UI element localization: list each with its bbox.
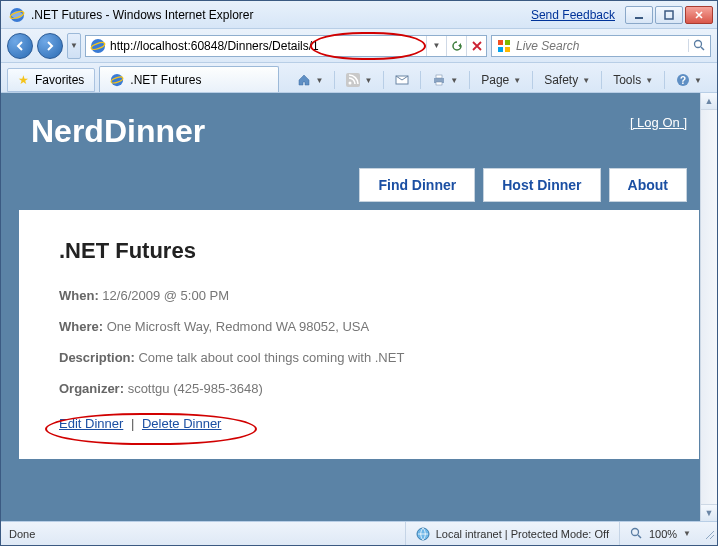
nav-toolbar: ▼ ▼ xyxy=(1,29,717,63)
live-search-logo-icon xyxy=(496,38,512,54)
help-button[interactable]: ?▼ xyxy=(669,69,709,91)
maximize-button[interactable] xyxy=(655,6,683,24)
feeds-button[interactable]: ▼ xyxy=(339,69,379,91)
site-brand[interactable]: NerdDinner xyxy=(31,113,205,150)
safety-menu[interactable]: Safety▼ xyxy=(537,69,597,91)
minimize-button[interactable] xyxy=(625,6,653,24)
dinner-title: .NET Futures xyxy=(59,238,659,264)
scroll-down-button[interactable]: ▼ xyxy=(701,504,717,521)
search-go-button[interactable] xyxy=(688,39,710,52)
home-button[interactable]: ▼ xyxy=(290,69,330,91)
edit-dinner-link[interactable]: Edit Dinner xyxy=(59,416,123,431)
forward-button[interactable] xyxy=(37,33,63,59)
search-input[interactable] xyxy=(516,39,688,53)
favorites-label: Favorites xyxy=(35,73,84,87)
address-dropdown[interactable]: ▼ xyxy=(426,36,446,56)
ie-logo-icon xyxy=(9,7,25,23)
status-bar: Done Local intranet | Protected Mode: Of… xyxy=(1,521,717,545)
svg-rect-6 xyxy=(498,40,503,45)
nerddinner-page: NerdDinner [ Log On ] Find Dinner Host D… xyxy=(1,93,717,521)
browser-tab[interactable]: .NET Futures xyxy=(99,66,279,92)
dinner-details-card: .NET Futures When: 12/6/2009 @ 5:00 PM W… xyxy=(19,210,699,459)
read-mail-button[interactable] xyxy=(388,69,416,91)
svg-rect-18 xyxy=(436,82,442,85)
close-button[interactable] xyxy=(685,6,713,24)
svg-point-22 xyxy=(631,529,638,536)
svg-rect-8 xyxy=(498,47,503,52)
nav-host-dinner[interactable]: Host Dinner xyxy=(483,168,600,202)
actions-separator: | xyxy=(131,416,134,431)
svg-point-14 xyxy=(349,82,352,85)
printer-icon xyxy=(432,73,446,87)
intranet-zone-icon xyxy=(416,527,430,541)
login-status: [ Log On ] xyxy=(630,113,687,130)
page-menu[interactable]: Page▼ xyxy=(474,69,528,91)
zoom-icon xyxy=(630,527,643,540)
status-done: Done xyxy=(1,522,45,545)
address-bar[interactable]: ▼ xyxy=(85,35,487,57)
refresh-button[interactable] xyxy=(446,36,466,56)
scroll-up-button[interactable]: ▲ xyxy=(701,93,717,110)
print-button[interactable]: ▼ xyxy=(425,69,465,91)
svg-rect-17 xyxy=(436,75,442,78)
stop-button[interactable] xyxy=(466,36,486,56)
page-favicon-icon xyxy=(90,38,106,54)
command-bar: ▼ ▼ ▼ Page▼ Safety▼ Tools▼ ?▼ xyxy=(290,68,711,92)
tools-menu[interactable]: Tools▼ xyxy=(606,69,660,91)
detail-description: Description: Come talk about cool things… xyxy=(59,350,659,365)
rss-icon xyxy=(346,73,360,87)
star-icon: ★ xyxy=(18,73,29,87)
svg-text:?: ? xyxy=(680,75,686,86)
window-titlebar: .NET Futures - Windows Internet Explorer… xyxy=(1,1,717,29)
svg-rect-3 xyxy=(665,11,673,19)
tab-row: ★ Favorites .NET Futures ▼ ▼ ▼ Page▼ Saf… xyxy=(1,63,717,93)
url-input[interactable] xyxy=(110,36,426,56)
search-box[interactable] xyxy=(491,35,711,57)
delete-dinner-link[interactable]: Delete Dinner xyxy=(142,416,222,431)
home-icon xyxy=(297,73,311,87)
resize-grip[interactable] xyxy=(701,526,717,542)
content-viewport: NerdDinner [ Log On ] Find Dinner Host D… xyxy=(1,93,717,521)
window-title: .NET Futures - Windows Internet Explorer xyxy=(31,8,531,22)
tab-title: .NET Futures xyxy=(130,73,201,87)
svg-point-10 xyxy=(695,41,702,48)
status-security-zone[interactable]: Local intranet | Protected Mode: Off xyxy=(405,522,619,545)
send-feedback-link[interactable]: Send Feedback xyxy=(531,8,615,22)
svg-rect-7 xyxy=(505,40,510,45)
back-button[interactable] xyxy=(7,33,33,59)
svg-rect-9 xyxy=(505,47,510,52)
nav-find-dinner[interactable]: Find Dinner xyxy=(359,168,475,202)
vertical-scrollbar[interactable]: ▲ ▼ xyxy=(700,93,717,521)
svg-rect-2 xyxy=(635,17,643,19)
chevron-down-icon: ▼ xyxy=(683,529,691,538)
favorites-button[interactable]: ★ Favorites xyxy=(7,68,95,92)
nav-about[interactable]: About xyxy=(609,168,687,202)
help-icon: ? xyxy=(676,73,690,87)
dinner-actions: Edit Dinner | Delete Dinner xyxy=(59,416,659,431)
tab-favicon-icon xyxy=(110,73,124,87)
detail-organizer: Organizer: scottgu (425-985-3648) xyxy=(59,381,659,396)
logon-link[interactable]: Log On xyxy=(637,115,680,130)
status-zoom[interactable]: 100% ▼ xyxy=(619,522,701,545)
detail-when: When: 12/6/2009 @ 5:00 PM xyxy=(59,288,659,303)
recent-pages-dropdown[interactable]: ▼ xyxy=(67,33,81,59)
site-nav: Find Dinner Host Dinner About xyxy=(1,150,717,202)
detail-where: Where: One Microsft Way, Redmond WA 9805… xyxy=(59,319,659,334)
mail-icon xyxy=(395,73,409,87)
